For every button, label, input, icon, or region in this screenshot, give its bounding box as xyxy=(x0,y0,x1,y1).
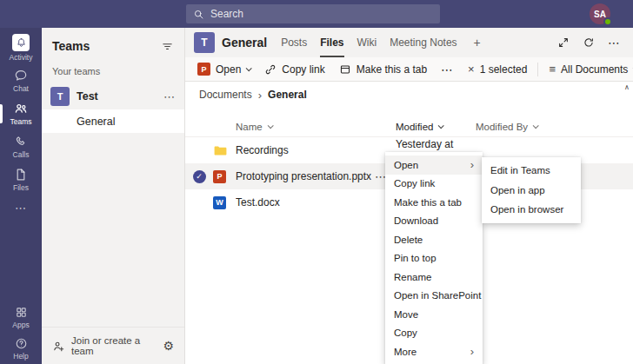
submenu-item-edit-in-teams[interactable]: Edit in Teams xyxy=(482,161,581,181)
channel-identity: T General xyxy=(194,28,267,57)
folder-icon xyxy=(213,144,236,157)
channel-header-actions: ⋯ xyxy=(557,28,624,57)
channel-tabs: Posts Files Wiki Meeting Notes + xyxy=(281,28,481,57)
make-tab-button[interactable]: Make this a tab xyxy=(332,57,434,81)
app-rail: Activity Chat Teams Calls Files ⋯ Apps xyxy=(0,28,42,364)
team-more-icon[interactable]: ⋯ xyxy=(163,90,176,103)
selected-check-icon: ✓ xyxy=(193,170,206,183)
gear-icon[interactable]: ⚙ xyxy=(163,340,174,352)
breadcrumb-documents[interactable]: Documents xyxy=(199,89,252,101)
file-name[interactable]: Prototyping presentation.pptx xyxy=(236,170,371,182)
file-name[interactable]: Test.docx xyxy=(236,196,280,208)
avatar[interactable]: SA xyxy=(590,3,610,24)
submenu-item-open-in-app[interactable]: Open in app xyxy=(482,181,581,201)
add-tab-button[interactable]: + xyxy=(474,28,481,57)
menu-item-more[interactable]: More › xyxy=(385,342,483,361)
avatar-initials: SA xyxy=(594,10,606,19)
refresh-icon[interactable] xyxy=(583,36,595,49)
row-select[interactable]: ✓ xyxy=(185,170,213,183)
menu-item-delete[interactable]: Delete xyxy=(385,230,483,249)
rail-item-files[interactable]: Files xyxy=(0,163,42,196)
powerpoint-icon: P xyxy=(197,63,210,76)
teams-icon xyxy=(14,102,28,116)
clear-selection-button[interactable]: × 1 selected xyxy=(461,57,534,81)
document-icon xyxy=(14,168,28,182)
menu-item-pin-to-top[interactable]: Pin to top xyxy=(385,249,483,268)
rail-spacer xyxy=(0,219,42,301)
menu-item-copy-link[interactable]: Copy link xyxy=(385,175,483,194)
tab-files[interactable]: Files xyxy=(320,28,343,57)
rail-label-teams: Teams xyxy=(10,117,31,126)
toolbar-divider xyxy=(537,63,538,76)
tab-meeting-notes[interactable]: Meeting Notes xyxy=(390,28,456,57)
breadcrumb-general[interactable]: General xyxy=(268,89,307,101)
menu-item-open[interactable]: Open › xyxy=(385,156,483,175)
header-more-icon[interactable]: ⋯ xyxy=(608,36,621,50)
filter-icon[interactable] xyxy=(161,40,174,53)
channel-title: General xyxy=(222,36,267,50)
link-icon xyxy=(264,63,277,76)
rail-label-help: Help xyxy=(13,352,28,361)
apps-grid-icon xyxy=(15,306,28,319)
submenu-arrow-icon: › xyxy=(470,345,474,358)
copy-link-label: Copy link xyxy=(282,63,324,76)
rail-item-teams[interactable]: Teams xyxy=(0,97,42,130)
tab-shape-icon xyxy=(339,63,351,76)
column-header-modified[interactable]: Modified xyxy=(396,122,476,132)
menu-item-move[interactable]: Move xyxy=(385,305,483,324)
menu-item-download[interactable]: Download xyxy=(385,212,483,231)
sidebar-item-team-test[interactable]: T Test ⋯ xyxy=(42,83,184,109)
column-header-name[interactable]: Name xyxy=(236,122,396,132)
open-button[interactable]: P Open xyxy=(190,57,257,81)
file-list-header: Name Modified Modified By xyxy=(185,116,633,137)
copy-link-button[interactable]: Copy link xyxy=(257,57,331,81)
list-view-icon: ≡ xyxy=(549,63,556,76)
sidebar-footer: Join or create a team ⚙ xyxy=(42,327,184,364)
breadcrumb: Documents › General xyxy=(185,82,633,108)
submenu-arrow-icon: › xyxy=(470,158,474,171)
column-header-modified-by[interactable]: Modified By xyxy=(476,122,571,132)
chevron-down-icon xyxy=(267,122,273,129)
rail-label-activity: Activity xyxy=(10,53,33,62)
rail-item-apps[interactable]: Apps xyxy=(0,301,42,333)
channel-header: T General Posts Files Wiki Meeting Notes… xyxy=(185,28,633,57)
breadcrumb-separator-icon: › xyxy=(258,89,262,102)
rail-item-activity[interactable]: Activity xyxy=(0,31,42,64)
add-person-icon xyxy=(52,340,65,353)
scroll-up-icon[interactable]: ∧ xyxy=(624,83,630,364)
chat-icon xyxy=(14,69,28,83)
team-avatar: T xyxy=(50,87,70,106)
rail-label-chat: Chat xyxy=(13,84,29,93)
file-name[interactable]: Recordings xyxy=(236,144,289,156)
expand-icon[interactable] xyxy=(557,36,570,49)
menu-item-make-this-a-tab[interactable]: Make this a tab xyxy=(385,193,483,212)
submenu-item-open-in-browser[interactable]: Open in browser xyxy=(482,200,581,220)
view-switcher-button[interactable]: ≡ All Documents xyxy=(542,57,633,81)
menu-item-open-in-sharepoint[interactable]: Open in SharePoint xyxy=(385,287,483,306)
search-placeholder: Search xyxy=(210,8,243,20)
rail-label-apps: Apps xyxy=(12,321,29,329)
search-input[interactable]: Search xyxy=(186,4,440,23)
rail-item-help[interactable]: Help xyxy=(0,333,42,364)
sidebar-item-channel-general[interactable]: General xyxy=(42,109,184,133)
menu-item-copy[interactable]: Copy xyxy=(385,324,483,343)
menu-item-rename[interactable]: Rename xyxy=(385,268,483,287)
rail-item-chat[interactable]: Chat xyxy=(0,64,42,97)
channel-name: General xyxy=(77,116,115,128)
chevron-down-icon xyxy=(438,122,444,129)
tab-posts[interactable]: Posts xyxy=(281,28,307,57)
vertical-scrollbar[interactable]: ∧ xyxy=(622,83,632,364)
rail-label-calls: Calls xyxy=(13,150,30,159)
toolbar-more-icon[interactable]: ⋯ xyxy=(434,57,461,81)
files-toolbar: P Open Copy link Make this a tab ⋯ × 1 s… xyxy=(185,57,633,82)
tab-wiki[interactable]: Wiki xyxy=(357,28,377,57)
chevron-down-icon xyxy=(246,65,252,71)
sidebar-title: Teams xyxy=(52,39,90,53)
open-submenu: Edit in Teams Open in app Open in browse… xyxy=(482,157,581,223)
bell-icon xyxy=(12,34,30,51)
rail-item-calls[interactable]: Calls xyxy=(0,130,42,163)
phone-icon xyxy=(14,135,28,149)
rail-item-more[interactable]: ⋯ xyxy=(0,196,42,219)
join-or-create-team-button[interactable]: Join or create a team xyxy=(52,335,163,356)
teams-sidebar: Teams Your teams T Test ⋯ General Join o… xyxy=(42,28,185,364)
